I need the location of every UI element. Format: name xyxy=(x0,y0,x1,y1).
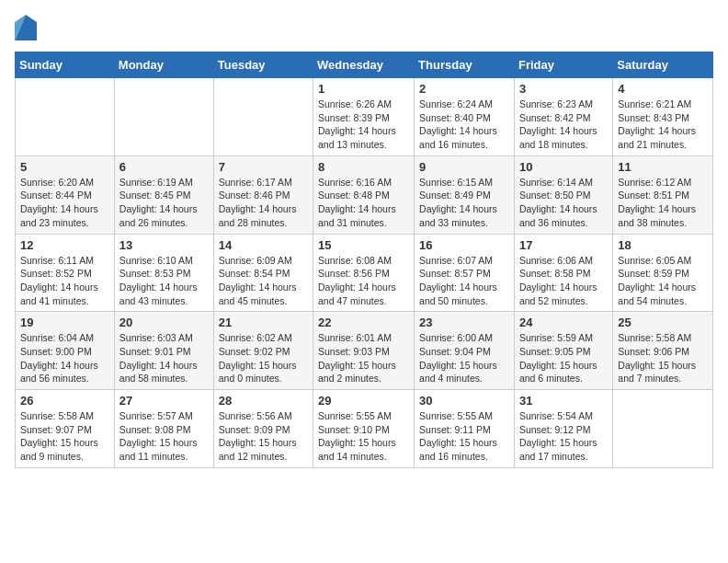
day-info: Sunrise: 5:59 AMSunset: 9:05 PMDaylight:… xyxy=(519,331,608,385)
calendar-cell: 1Sunrise: 6:26 AMSunset: 8:39 PMDaylight… xyxy=(313,78,415,156)
day-info: Sunrise: 5:55 AMSunset: 9:10 PMDaylight:… xyxy=(318,409,409,464)
weekday-header-wednesday: Wednesday xyxy=(313,52,415,78)
day-number: 22 xyxy=(318,316,409,329)
calendar-table: SundayMondayTuesdayWednesdayThursdayFrid… xyxy=(15,52,713,468)
day-info: Sunrise: 6:11 AMSunset: 8:52 PMDaylight:… xyxy=(20,254,109,308)
calendar-cell: 15Sunrise: 6:08 AMSunset: 8:56 PMDayligh… xyxy=(313,234,415,312)
day-number: 31 xyxy=(519,394,608,408)
day-info: Sunrise: 5:58 AMSunset: 9:06 PMDaylight:… xyxy=(618,331,708,385)
calendar-cell: 29Sunrise: 5:55 AMSunset: 9:10 PMDayligh… xyxy=(313,390,415,468)
day-number: 19 xyxy=(20,316,109,329)
calendar-cell: 24Sunrise: 5:59 AMSunset: 9:05 PMDayligh… xyxy=(514,312,612,390)
calendar-cell xyxy=(613,390,713,468)
calendar-cell: 12Sunrise: 6:11 AMSunset: 8:52 PMDayligh… xyxy=(16,234,115,312)
day-number: 7 xyxy=(219,160,308,174)
day-number: 24 xyxy=(519,316,608,329)
calendar-cell: 3Sunrise: 6:23 AMSunset: 8:42 PMDaylight… xyxy=(514,78,612,156)
day-number: 27 xyxy=(119,394,209,408)
calendar-cell: 8Sunrise: 6:16 AMSunset: 8:48 PMDaylight… xyxy=(313,155,415,234)
calendar-header: SundayMondayTuesdayWednesdayThursdayFrid… xyxy=(16,52,713,78)
day-info: Sunrise: 6:03 AMSunset: 9:01 PMDaylight:… xyxy=(119,331,209,385)
calendar-week-row: 26Sunrise: 5:58 AMSunset: 9:07 PMDayligh… xyxy=(16,390,713,468)
day-number: 21 xyxy=(219,316,308,329)
calendar-week-row: 1Sunrise: 6:26 AMSunset: 8:39 PMDaylight… xyxy=(16,78,713,156)
calendar-cell: 25Sunrise: 5:58 AMSunset: 9:06 PMDayligh… xyxy=(613,312,713,390)
day-number: 28 xyxy=(219,394,308,408)
calendar-cell: 11Sunrise: 6:12 AMSunset: 8:51 PMDayligh… xyxy=(613,155,713,234)
day-info: Sunrise: 6:06 AMSunset: 8:58 PMDaylight:… xyxy=(519,254,608,308)
calendar-cell: 22Sunrise: 6:01 AMSunset: 9:03 PMDayligh… xyxy=(313,312,415,390)
day-number: 29 xyxy=(318,394,409,408)
day-number: 8 xyxy=(318,160,409,174)
day-number: 3 xyxy=(519,82,608,96)
day-number: 20 xyxy=(119,316,209,329)
calendar-week-row: 19Sunrise: 6:04 AMSunset: 9:00 PMDayligh… xyxy=(16,312,713,390)
calendar-cell: 2Sunrise: 6:24 AMSunset: 8:40 PMDaylight… xyxy=(415,78,515,156)
day-info: Sunrise: 6:04 AMSunset: 9:00 PMDaylight:… xyxy=(20,331,109,385)
day-info: Sunrise: 5:54 AMSunset: 9:12 PMDaylight:… xyxy=(519,409,608,464)
calendar-cell: 9Sunrise: 6:15 AMSunset: 8:49 PMDaylight… xyxy=(415,155,515,234)
calendar-cell: 30Sunrise: 5:55 AMSunset: 9:11 PMDayligh… xyxy=(415,390,515,468)
calendar-cell: 28Sunrise: 5:56 AMSunset: 9:09 PMDayligh… xyxy=(213,390,313,468)
calendar-cell xyxy=(213,78,313,156)
day-info: Sunrise: 5:56 AMSunset: 9:09 PMDaylight:… xyxy=(219,409,308,464)
day-number: 18 xyxy=(618,238,708,252)
day-info: Sunrise: 5:58 AMSunset: 9:07 PMDaylight:… xyxy=(20,409,109,464)
day-info: Sunrise: 6:17 AMSunset: 8:46 PMDaylight:… xyxy=(219,176,308,230)
weekday-header-saturday: Saturday xyxy=(613,52,713,78)
calendar-body: 1Sunrise: 6:26 AMSunset: 8:39 PMDaylight… xyxy=(16,78,713,468)
calendar-cell: 7Sunrise: 6:17 AMSunset: 8:46 PMDaylight… xyxy=(213,155,313,234)
day-info: Sunrise: 6:02 AMSunset: 9:02 PMDaylight:… xyxy=(219,331,308,385)
day-number: 13 xyxy=(119,238,209,252)
day-number: 12 xyxy=(20,238,109,252)
day-number: 17 xyxy=(519,238,608,252)
logo xyxy=(15,15,40,40)
day-number: 25 xyxy=(618,316,708,329)
day-info: Sunrise: 6:08 AMSunset: 8:56 PMDaylight:… xyxy=(318,254,409,308)
calendar-cell: 14Sunrise: 6:09 AMSunset: 8:54 PMDayligh… xyxy=(213,234,313,312)
logo-icon xyxy=(15,15,37,40)
day-info: Sunrise: 5:55 AMSunset: 9:11 PMDaylight:… xyxy=(419,409,509,464)
calendar-cell: 31Sunrise: 5:54 AMSunset: 9:12 PMDayligh… xyxy=(514,390,612,468)
calendar-cell: 6Sunrise: 6:19 AMSunset: 8:45 PMDaylight… xyxy=(114,155,213,234)
calendar-cell: 18Sunrise: 6:05 AMSunset: 8:59 PMDayligh… xyxy=(613,234,713,312)
day-info: Sunrise: 6:16 AMSunset: 8:48 PMDaylight:… xyxy=(318,176,409,230)
calendar-cell: 21Sunrise: 6:02 AMSunset: 9:02 PMDayligh… xyxy=(213,312,313,390)
day-info: Sunrise: 6:26 AMSunset: 8:39 PMDaylight:… xyxy=(318,98,409,152)
day-info: Sunrise: 6:19 AMSunset: 8:45 PMDaylight:… xyxy=(119,176,209,230)
calendar-week-row: 12Sunrise: 6:11 AMSunset: 8:52 PMDayligh… xyxy=(16,234,713,312)
day-info: Sunrise: 6:05 AMSunset: 8:59 PMDaylight:… xyxy=(618,254,708,308)
day-info: Sunrise: 6:15 AMSunset: 8:49 PMDaylight:… xyxy=(419,176,509,230)
weekday-header-monday: Monday xyxy=(114,52,213,78)
day-info: Sunrise: 6:01 AMSunset: 9:03 PMDaylight:… xyxy=(318,331,409,385)
calendar-cell xyxy=(114,78,213,156)
day-info: Sunrise: 6:09 AMSunset: 8:54 PMDaylight:… xyxy=(219,254,308,308)
day-number: 5 xyxy=(20,160,109,174)
day-number: 10 xyxy=(519,160,608,174)
day-number: 23 xyxy=(419,316,509,329)
calendar-cell: 13Sunrise: 6:10 AMSunset: 8:53 PMDayligh… xyxy=(114,234,213,312)
day-info: Sunrise: 6:00 AMSunset: 9:04 PMDaylight:… xyxy=(419,331,509,385)
day-number: 14 xyxy=(219,238,308,252)
calendar-cell: 10Sunrise: 6:14 AMSunset: 8:50 PMDayligh… xyxy=(514,155,612,234)
calendar-cell: 17Sunrise: 6:06 AMSunset: 8:58 PMDayligh… xyxy=(514,234,612,312)
calendar-cell: 20Sunrise: 6:03 AMSunset: 9:01 PMDayligh… xyxy=(114,312,213,390)
day-number: 4 xyxy=(618,82,708,96)
weekday-header-tuesday: Tuesday xyxy=(213,52,313,78)
day-number: 1 xyxy=(318,82,409,96)
day-number: 6 xyxy=(119,160,209,174)
day-info: Sunrise: 6:21 AMSunset: 8:43 PMDaylight:… xyxy=(618,98,708,152)
weekday-header-friday: Friday xyxy=(514,52,612,78)
day-number: 11 xyxy=(618,160,708,174)
weekday-header-sunday: Sunday xyxy=(16,52,115,78)
calendar-cell: 27Sunrise: 5:57 AMSunset: 9:08 PMDayligh… xyxy=(114,390,213,468)
day-info: Sunrise: 5:57 AMSunset: 9:08 PMDaylight:… xyxy=(119,409,209,464)
day-number: 26 xyxy=(20,394,109,408)
calendar-cell: 19Sunrise: 6:04 AMSunset: 9:00 PMDayligh… xyxy=(16,312,115,390)
calendar-cell: 16Sunrise: 6:07 AMSunset: 8:57 PMDayligh… xyxy=(415,234,515,312)
calendar-week-row: 5Sunrise: 6:20 AMSunset: 8:44 PMDaylight… xyxy=(16,155,713,234)
day-number: 2 xyxy=(419,82,509,96)
day-info: Sunrise: 6:10 AMSunset: 8:53 PMDaylight:… xyxy=(119,254,209,308)
day-number: 9 xyxy=(419,160,509,174)
day-info: Sunrise: 6:23 AMSunset: 8:42 PMDaylight:… xyxy=(519,98,608,152)
